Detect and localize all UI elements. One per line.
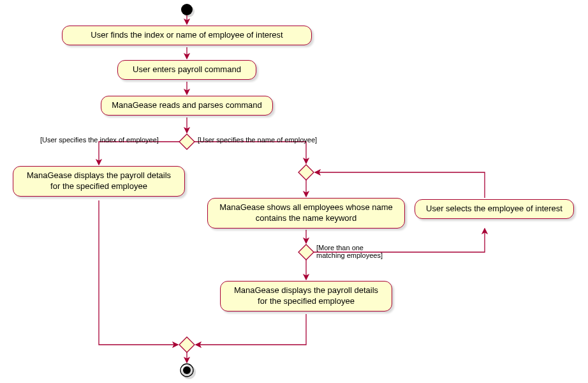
- activity-n1: User finds the index or name of employee…: [62, 26, 312, 45]
- decision-d3: [298, 244, 314, 260]
- activity-n4: ManaGease displays the payroll details f…: [13, 166, 185, 197]
- end-node: [180, 364, 193, 377]
- guard-right: [User specifies the name of employee]: [198, 136, 317, 144]
- merge-d2: [298, 165, 314, 180]
- decision-d1: [179, 134, 195, 149]
- guard-left: [User specifies the index of employee]: [40, 136, 159, 144]
- activity-n3: ManaGease reads and parses command: [101, 96, 273, 116]
- activity-n2: User enters payroll command: [117, 60, 256, 80]
- svg-point-0: [183, 6, 195, 17]
- activity-n7: ManaGease displays the payroll details f…: [220, 281, 392, 312]
- start-node: [181, 4, 193, 15]
- guard-more: [More than one matching employees]: [316, 244, 383, 259]
- merge-d4: [179, 337, 195, 352]
- svg-point-2: [183, 366, 191, 374]
- activity-n6: User selects the employee of interest: [415, 199, 574, 219]
- svg-point-1: [182, 365, 196, 379]
- activity-n5: ManaGease shows all employees whose name…: [207, 198, 405, 229]
